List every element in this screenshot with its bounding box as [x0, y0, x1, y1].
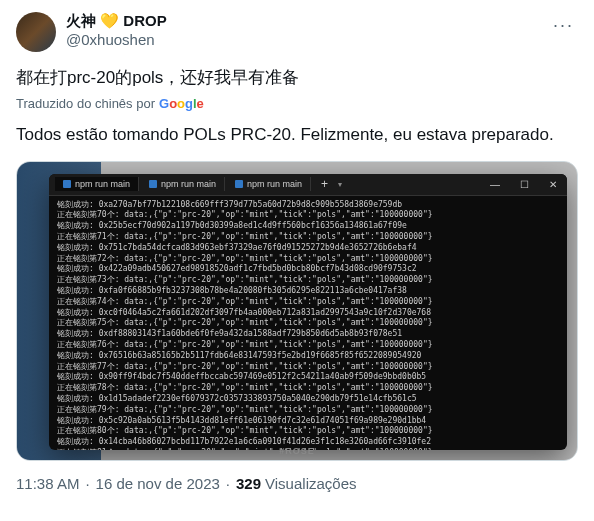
media-attachment[interactable]: npm run main npm run main npm run main +…: [16, 161, 578, 461]
user-handle[interactable]: @0xhuoshen: [66, 31, 167, 48]
terminal-window: npm run main npm run main npm run main +…: [49, 174, 567, 450]
terminal-titlebar: npm run main npm run main npm run main +…: [49, 174, 567, 196]
minimize-button[interactable]: —: [486, 179, 504, 190]
add-tab-button[interactable]: +: [313, 177, 336, 191]
tweet-time[interactable]: 11:38 AM: [16, 475, 79, 492]
tab-label: npm run main: [247, 179, 302, 189]
translated-by-row: Traduzido do chinês por Google: [16, 96, 578, 111]
tweet-date[interactable]: 16 de nov de 2023: [96, 475, 220, 492]
tweet-footer: 11:38 AM · 16 de nov de 2023 · 329 Visua…: [16, 475, 578, 492]
tweet-text-original: 都在打prc-20的pols，还好我早有准备: [16, 66, 578, 90]
hashtag-overlay: #ROSE: [279, 446, 315, 456]
display-name[interactable]: 火神 💛 DROP: [66, 12, 167, 31]
close-button[interactable]: ✕: [545, 179, 561, 190]
terminal-tab[interactable]: npm run main: [55, 177, 139, 191]
google-logo: Google: [159, 96, 204, 111]
maximize-button[interactable]: ☐: [516, 179, 533, 190]
terminal-output: 铭刻成功: 0xa270a7bf77b122108c669fff379d77b5…: [49, 196, 567, 450]
tweet-text-translated: Todos estão tomando POLs PRC-20. Felizme…: [16, 123, 578, 147]
avatar[interactable]: [16, 12, 56, 52]
tab-chevron-icon[interactable]: ▾: [338, 180, 342, 189]
views-label: Visualizações: [265, 475, 356, 492]
tab-icon: [235, 180, 243, 188]
tab-label: npm run main: [75, 179, 130, 189]
views-count[interactable]: 329: [236, 475, 261, 492]
separator-dot: ·: [83, 475, 91, 492]
more-button[interactable]: ···: [549, 12, 578, 38]
tab-icon: [63, 180, 71, 188]
tab-label: npm run main: [161, 179, 216, 189]
translate-prefix: Traduzido do chinês por: [16, 96, 155, 111]
terminal-tab[interactable]: npm run main: [141, 177, 225, 191]
separator-dot: ·: [224, 475, 232, 492]
terminal-tab[interactable]: npm run main: [227, 177, 311, 191]
tab-icon: [149, 180, 157, 188]
